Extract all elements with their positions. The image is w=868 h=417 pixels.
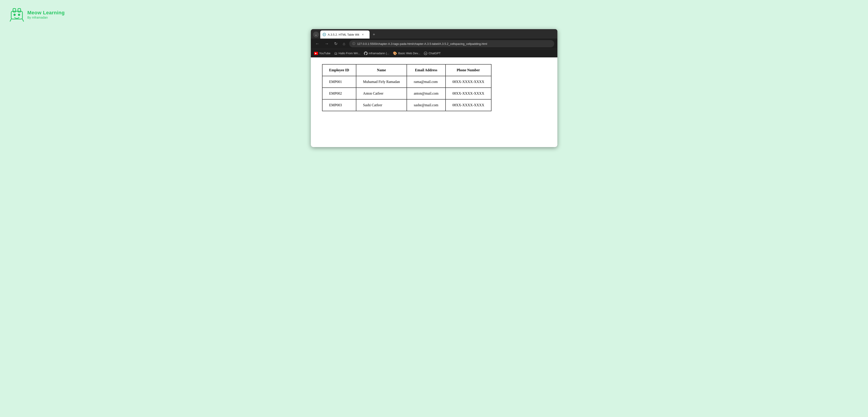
- svg-rect-0: [11, 11, 23, 19]
- youtube-icon: ▶: [314, 52, 318, 55]
- logo-subtitle: By mframadan: [27, 16, 65, 19]
- bookmarks-bar: ▶ YouTube 🗂 Hallo From Wri... mframadann…: [311, 49, 557, 57]
- page-content: Employee ID Name Email Address Phone Num…: [311, 57, 557, 147]
- svg-point-4: [18, 14, 20, 16]
- cell-id: EMP002: [322, 88, 356, 99]
- logo-area: Meow Learning By mframadan: [9, 7, 65, 23]
- table-row: EMP002Anton Catfeeranton@mail.com08XX-XX…: [322, 88, 491, 99]
- svg-rect-1: [13, 8, 16, 12]
- table-row: EMP003Sashi Catfeersashe@mail.com08XX-XX…: [322, 99, 491, 111]
- tab-label: A.3.5.2. HTML Table Wit: [328, 33, 359, 36]
- color-icon: 🎨: [393, 51, 397, 55]
- employee-table: Employee ID Name Email Address Phone Num…: [322, 64, 492, 111]
- cell-id: EMP003: [322, 99, 356, 111]
- bookmark-chatgpt[interactable]: AI ChatGPT: [424, 52, 441, 55]
- col-header-name: Name: [356, 64, 407, 76]
- table-header: Employee ID Name Email Address Phone Num…: [322, 64, 491, 76]
- new-tab-button[interactable]: +: [371, 31, 377, 38]
- cell-email: anton@mail.com: [407, 88, 445, 99]
- url-security-icon: ⓘ: [352, 42, 355, 46]
- bookmark-hallo[interactable]: 🗂 Hallo From Wri...: [334, 51, 361, 55]
- cell-name: Sashi Catfeer: [356, 99, 407, 111]
- cell-phone: 08XX-XXXX-XXXX: [445, 76, 491, 88]
- svg-text:AI: AI: [425, 53, 427, 55]
- cell-email: sashe@mail.com: [407, 99, 445, 111]
- layers-icon: 🗂: [334, 51, 338, 55]
- tab-close-button[interactable]: ×: [362, 33, 364, 36]
- bookmark-github-label: mframadann (...: [369, 52, 389, 55]
- col-header-employee-id: Employee ID: [322, 64, 356, 76]
- col-header-email: Email Address: [407, 64, 445, 76]
- cell-phone: 08XX-XXXX-XXXX: [445, 88, 491, 99]
- cell-name: Muhamad Firly Ramadan: [356, 76, 407, 88]
- bookmark-hallo-label: Hallo From Wri...: [339, 52, 361, 55]
- svg-line-6: [23, 19, 24, 21]
- svg-line-5: [10, 19, 11, 21]
- table-row: EMP001Muhamad Firly Ramadanrama@mail.com…: [322, 76, 491, 88]
- reload-button[interactable]: ↻: [333, 41, 339, 47]
- logo-icon: [9, 7, 25, 23]
- bookmark-basicweb[interactable]: 🎨 Basic Web Dev...: [393, 51, 421, 55]
- logo-title: Meow Learning: [27, 10, 65, 16]
- home-button[interactable]: ⌂: [342, 41, 347, 47]
- openai-icon: AI: [424, 52, 427, 55]
- browser-window: ⌄ A.3.5.2. HTML Table Wit × + ← → ↻ ⌂ ⓘ …: [311, 29, 557, 147]
- cell-phone: 08XX-XXXX-XXXX: [445, 99, 491, 111]
- bookmark-basicweb-label: Basic Web Dev...: [398, 52, 421, 55]
- url-box[interactable]: ⓘ 127.0.0.1:5500/chapter-A.3-tags-pada-h…: [349, 40, 554, 47]
- svg-point-3: [13, 14, 16, 16]
- tab-bar: ⌄ A.3.5.2. HTML Table Wit × +: [311, 29, 557, 38]
- url-text: 127.0.0.1:5500/chapter-A.3-tags-pada-htm…: [357, 42, 487, 46]
- cell-name: Anton Catfeer: [356, 88, 407, 99]
- active-tab[interactable]: A.3.5.2. HTML Table Wit ×: [320, 30, 370, 38]
- bookmark-chatgpt-label: ChatGPT: [429, 52, 441, 55]
- svg-rect-2: [18, 8, 21, 12]
- logo-text: Meow Learning By mframadan: [27, 10, 65, 19]
- back-button[interactable]: ←: [314, 41, 321, 47]
- bookmark-youtube[interactable]: ▶ YouTube: [314, 52, 331, 55]
- tab-nav-button[interactable]: ⌄: [313, 32, 319, 37]
- tab-favicon-icon: [322, 33, 326, 36]
- bookmark-youtube-label: YouTube: [319, 52, 331, 55]
- cell-email: rama@mail.com: [407, 76, 445, 88]
- forward-button[interactable]: →: [323, 41, 330, 47]
- table-body: EMP001Muhamad Firly Ramadanrama@mail.com…: [322, 76, 491, 111]
- cell-id: EMP001: [322, 76, 356, 88]
- bookmark-github[interactable]: mframadann (...: [364, 52, 389, 55]
- address-bar: ← → ↻ ⌂ ⓘ 127.0.0.1:5500/chapter-A.3-tag…: [311, 38, 557, 49]
- col-header-phone: Phone Number: [445, 64, 491, 76]
- github-icon: [364, 52, 368, 55]
